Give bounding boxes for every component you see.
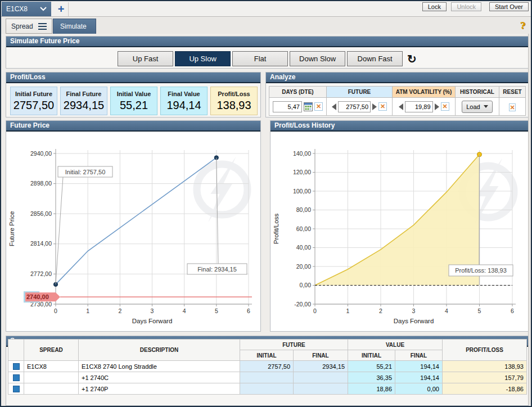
- svg-text:5: 5: [478, 307, 481, 314]
- swatch-column-header: [8, 340, 24, 361]
- days-input[interactable]: [273, 101, 302, 112]
- stat-label: Initial Value: [111, 91, 157, 97]
- svg-text:Initial: 2757,50: Initial: 2757,50: [65, 169, 106, 175]
- chevron-down-icon: [40, 7, 47, 11]
- sim-button-up-fast[interactable]: Up Fast: [118, 51, 173, 66]
- summary-cell: [240, 383, 294, 395]
- spread-column-header: SPREAD: [24, 340, 79, 361]
- stat-value: 55,21: [111, 99, 157, 112]
- summary-cell: [24, 383, 79, 395]
- svg-text:2: 2: [379, 307, 382, 314]
- sim-button-down-slow[interactable]: Down Slow: [290, 51, 345, 66]
- future-price-panel: Future Price 2940,002898,002856,002814,0…: [6, 120, 261, 332]
- sim-button-flat[interactable]: Flat: [232, 51, 288, 66]
- simulate-panel: Simulate Future Price Up FastUp SlowFlat…: [6, 36, 529, 69]
- pl-history-title: Profit/Loss History: [270, 121, 528, 132]
- sim-button-up-slow[interactable]: Up Slow: [175, 51, 231, 66]
- refresh-icon[interactable]: ↻: [407, 53, 417, 65]
- stat-label: Final Future: [61, 91, 107, 97]
- summary-row[interactable]: E1CX8E1CX8 2740 Long Straddle2757,502934…: [8, 361, 527, 372]
- value-group-header: VALUE: [348, 340, 443, 350]
- tab-spread[interactable]: Spread: [6, 19, 52, 34]
- summary-cell: 194,14: [395, 361, 443, 372]
- future-price-chart[interactable]: 2940,002898,002856,002814,002772,002730,…: [6, 133, 260, 331]
- svg-text:2898,00: 2898,00: [30, 180, 52, 187]
- svg-text:1: 1: [86, 307, 89, 314]
- future-group-header: FUTURE: [240, 340, 348, 350]
- sim-button-down-fast[interactable]: Down Fast: [347, 51, 403, 66]
- atm-vol-increment-arrow[interactable]: [435, 103, 439, 110]
- stat-initial-value: Initial Value55,21: [110, 87, 157, 115]
- row-color-swatch: [8, 361, 24, 372]
- atm-vol-input[interactable]: [405, 101, 433, 112]
- days-clear-icon[interactable]: ✕: [314, 102, 323, 111]
- tab-bar: Spread Simulate ?: [1, 17, 531, 34]
- summary-row[interactable]: +1 2740P18,860,00-18,86: [8, 383, 527, 395]
- svg-text:100,00: 100,00: [293, 188, 311, 195]
- atm-vol-decrement-arrow[interactable]: [399, 103, 403, 110]
- profit-loss-column-header: PROFIT/LOSS: [443, 340, 527, 361]
- summary-cell: -18,86: [443, 383, 527, 395]
- summary-cell: 157,79: [443, 372, 527, 383]
- load-label: Load: [466, 103, 480, 110]
- lock-button[interactable]: Lock: [422, 2, 447, 11]
- svg-text:Final: 2934,15: Final: 2934,15: [197, 266, 237, 273]
- summary-row[interactable]: +1 2740C36,35194,14157,79: [8, 372, 527, 383]
- summary-cell: 36,35: [348, 372, 395, 383]
- svg-text:60,00: 60,00: [296, 225, 311, 232]
- add-tab-button[interactable]: +: [54, 2, 69, 16]
- summary-cell: 194,14: [395, 372, 443, 383]
- summary-cell: 2757,50: [240, 361, 294, 372]
- atm-vol-clear-icon[interactable]: ✕: [441, 102, 449, 111]
- stat-label: Profit/Loss: [211, 91, 257, 97]
- summary-table: SPREAD DESCRIPTION FUTURE VALUE PROFIT/L…: [8, 339, 527, 395]
- future-clear-icon[interactable]: ✕: [378, 102, 387, 111]
- app-window: E1CX8 + Lock Unlock Start Over Spread Si…: [0, 0, 532, 407]
- svg-text:2856,00: 2856,00: [30, 210, 52, 217]
- svg-text:0: 0: [313, 307, 317, 314]
- future-increment-arrow[interactable]: [372, 103, 377, 110]
- summary-cell: 2934,15: [294, 361, 348, 372]
- svg-text:3: 3: [412, 307, 416, 314]
- stat-label: Initial Future: [11, 91, 57, 97]
- svg-text:Days Forward: Days Forward: [394, 318, 434, 324]
- unlock-button[interactable]: Unlock: [451, 2, 481, 11]
- menu-icon[interactable]: [38, 21, 47, 31]
- top-bar: E1CX8 + Lock Unlock Start Over: [1, 1, 531, 17]
- svg-text:80,00: 80,00: [296, 206, 311, 213]
- svg-text:-20,00: -20,00: [294, 301, 311, 307]
- svg-text:Profit/Loss: 138,93: Profit/Loss: 138,93: [455, 267, 507, 274]
- svg-text:5: 5: [215, 307, 218, 314]
- tab-spread-label: Spread: [11, 22, 33, 30]
- help-icon[interactable]: ?: [520, 20, 525, 31]
- days-header: DAYS (DTE): [269, 87, 327, 98]
- svg-text:40,00: 40,00: [296, 244, 311, 251]
- svg-text:2772,00: 2772,00: [30, 270, 52, 277]
- profit-loss-stats: Initial Future2757,50Final Future2934,15…: [10, 87, 258, 115]
- svg-text:4: 4: [183, 307, 186, 314]
- future-initial-header: INITIAL: [240, 350, 294, 361]
- summary-cell: 18,86: [348, 383, 395, 395]
- reset-icon[interactable]: ✕: [509, 103, 515, 111]
- future-decrement-arrow[interactable]: [332, 103, 336, 110]
- svg-text:1: 1: [346, 307, 350, 314]
- historical-load-dropdown[interactable]: Load: [462, 101, 492, 113]
- svg-text:6: 6: [247, 307, 250, 314]
- value-final-header: FINAL: [395, 350, 443, 361]
- tab-simulate[interactable]: Simulate: [53, 19, 96, 34]
- pl-history-chart[interactable]: 140,00120,00100,0080,0060,0040,0020,000,…: [270, 133, 528, 331]
- svg-text:4: 4: [445, 307, 448, 314]
- future-price-title: Future Price: [6, 121, 260, 132]
- row-color-swatch: [8, 372, 24, 383]
- calendar-icon[interactable]: [304, 102, 313, 111]
- future-input[interactable]: [338, 101, 371, 112]
- stat-value: 2757,50: [11, 99, 57, 112]
- stat-value: 2934,15: [61, 99, 107, 112]
- summary-cell: 138,93: [443, 361, 527, 372]
- description-column-header: DESCRIPTION: [79, 340, 240, 361]
- summary-cell: [294, 383, 348, 395]
- stat-value: 138,93: [211, 99, 257, 112]
- start-over-button[interactable]: Start Over: [489, 2, 529, 11]
- symbol-dropdown[interactable]: E1CX8: [2, 2, 51, 16]
- analyze-table: DAYS (DTE) FUTURE ATM VOLATILITY (%) HIS…: [269, 86, 526, 116]
